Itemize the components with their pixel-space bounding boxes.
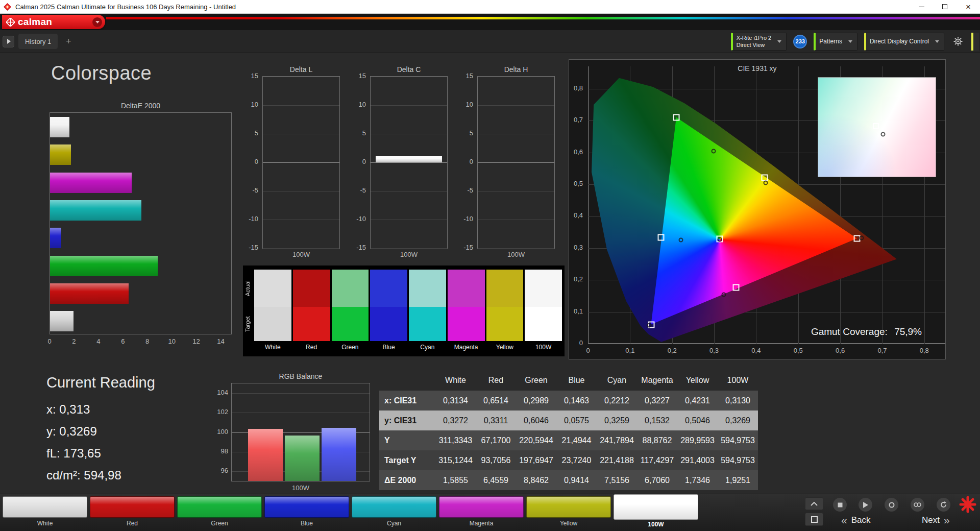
pattern-swatch-magenta[interactable]: Magenta	[439, 496, 524, 528]
layout-square-icon	[811, 516, 818, 523]
cie-x-tick: 0,1	[625, 347, 634, 354]
reading-value: y: 0,3269	[46, 424, 97, 439]
swatch-column-yellow: Yellow	[486, 270, 524, 353]
swatch-label: 100W	[614, 521, 698, 528]
delta-chart-title: Delta L	[262, 65, 340, 74]
swatch-column-cyan: Cyan	[409, 270, 446, 353]
meter-dropdown[interactable]: X-Rite i1Pro 2 Direct View	[731, 33, 787, 51]
add-tab-button[interactable]: +	[63, 36, 74, 47]
table-cell: 0,0575	[556, 411, 597, 430]
restore-button[interactable]	[933, 0, 957, 13]
display-control-dropdown[interactable]: Direct Display Control	[864, 33, 944, 51]
record-button[interactable]	[885, 498, 898, 512]
gridline	[371, 220, 447, 220]
cie-x-axis	[588, 343, 945, 344]
table-cell: 88,8762	[637, 430, 677, 450]
minimize-button[interactable]	[910, 0, 933, 13]
link-button[interactable]	[911, 498, 924, 512]
settings-gear-button[interactable]	[951, 35, 965, 49]
table-cell: 197,6947	[516, 450, 556, 470]
cie-y-tick: 0	[560, 339, 583, 347]
target-swatch	[332, 307, 369, 341]
table-column-header: 100W	[718, 370, 758, 391]
table-cell: 1,9251	[718, 470, 758, 490]
refresh-button[interactable]	[937, 498, 950, 512]
rgb-balance-x-label: 100W	[231, 484, 370, 492]
swatch-label: Cyan	[352, 520, 436, 527]
meter-mode: Direct View	[737, 41, 771, 49]
chevron-down-icon	[935, 40, 939, 43]
patterns-dropdown[interactable]: Patterns	[814, 33, 857, 51]
delta-y-tick: -15	[236, 244, 258, 251]
rgb-balance-chart	[231, 383, 370, 481]
actual-swatch	[332, 270, 369, 307]
collapse-panel-button[interactable]	[805, 497, 823, 510]
target-row-label: Target	[244, 307, 251, 341]
delta-y-tick: 5	[236, 129, 258, 137]
collapsed-panel-strip[interactable]	[971, 33, 979, 51]
history-panel-toggle[interactable]	[3, 36, 14, 47]
delta-y-tick: 15	[236, 72, 258, 80]
cie-target-cyan	[658, 234, 665, 241]
swatch-label: Magenta	[439, 520, 524, 527]
pattern-swatch-white[interactable]: White	[3, 496, 87, 528]
table-cell: 1,5855	[435, 470, 476, 490]
table-column-header: White	[435, 370, 476, 391]
swatch-column-white: White	[254, 270, 291, 353]
pattern-swatch-100w[interactable]: 100W	[614, 496, 698, 528]
swatch-label: White	[3, 520, 87, 527]
deltae-bar-red	[50, 283, 129, 304]
current-reading-title: Current Reading	[46, 374, 155, 391]
gridline	[263, 191, 339, 191]
delta-y-tick: 10	[344, 101, 366, 108]
calman-logo[interactable]: calman	[2, 15, 105, 29]
deltae-x-tick: 8	[145, 337, 149, 345]
logo-menu-button[interactable]	[92, 17, 102, 27]
tab-history-1[interactable]: History 1	[18, 34, 58, 49]
table-cell: 8,8462	[516, 470, 556, 490]
record-icon	[889, 502, 895, 508]
delta-chart-title: Delta H	[477, 65, 555, 74]
swatch-label: Blue	[264, 520, 349, 527]
table-cell: 6,7060	[637, 470, 677, 490]
swatch-column-label: Cyan	[409, 341, 446, 353]
swatch-compare-panel: Actual Target WhiteRedGreenBlueCyanMagen…	[243, 266, 565, 356]
delta-chart-delta-c	[370, 76, 448, 249]
swatch-label: Green	[177, 520, 262, 527]
swatch-color	[264, 496, 349, 518]
next-button[interactable]: Next »	[922, 513, 950, 528]
back-button[interactable]: « Back	[841, 513, 870, 528]
table-row-label: Y	[379, 430, 435, 450]
play-button[interactable]	[859, 498, 872, 512]
pattern-swatch-cyan[interactable]: Cyan	[352, 496, 436, 528]
table-cell: 0,3311	[476, 411, 516, 430]
cie-measured-blue	[647, 323, 652, 328]
table-cell: 0,3272	[435, 411, 476, 430]
layout-button[interactable]	[805, 513, 823, 526]
gridline	[371, 105, 447, 106]
actual-swatch	[448, 270, 485, 307]
delta-y-tick: -15	[344, 244, 366, 251]
cie-x-tick: 0,5	[794, 347, 803, 354]
delta-y-tick: -5	[451, 186, 473, 194]
pattern-swatch-green[interactable]: Green	[177, 496, 262, 528]
stop-button[interactable]	[833, 498, 847, 512]
swatch-column-label: White	[254, 341, 291, 353]
deltae-bar-blue	[50, 228, 61, 248]
table-cell: 311,3343	[435, 430, 476, 450]
next-label: Next	[922, 515, 940, 525]
delta-y-tick: 0	[451, 158, 473, 165]
cie-measured-red	[860, 236, 864, 240]
meter-count-badge[interactable]: 233	[793, 35, 807, 49]
cie-x-tick: 0,8	[920, 347, 929, 354]
pattern-swatch-blue[interactable]: Blue	[264, 496, 349, 528]
pattern-swatch-yellow[interactable]: Yellow	[526, 496, 611, 528]
cie-y-tick: 0,7	[560, 116, 583, 124]
actual-swatch	[370, 270, 407, 307]
tab-bar: History 1 + X-Rite i1Pro 2 Direct View 2…	[0, 30, 980, 53]
calman-logo-text: calman	[18, 16, 52, 28]
table-row-label: x: CIE31	[379, 391, 435, 411]
table-cell: 594,9753	[718, 430, 758, 450]
close-button[interactable]: ×	[957, 0, 980, 13]
pattern-swatch-red[interactable]: Red	[90, 496, 175, 528]
